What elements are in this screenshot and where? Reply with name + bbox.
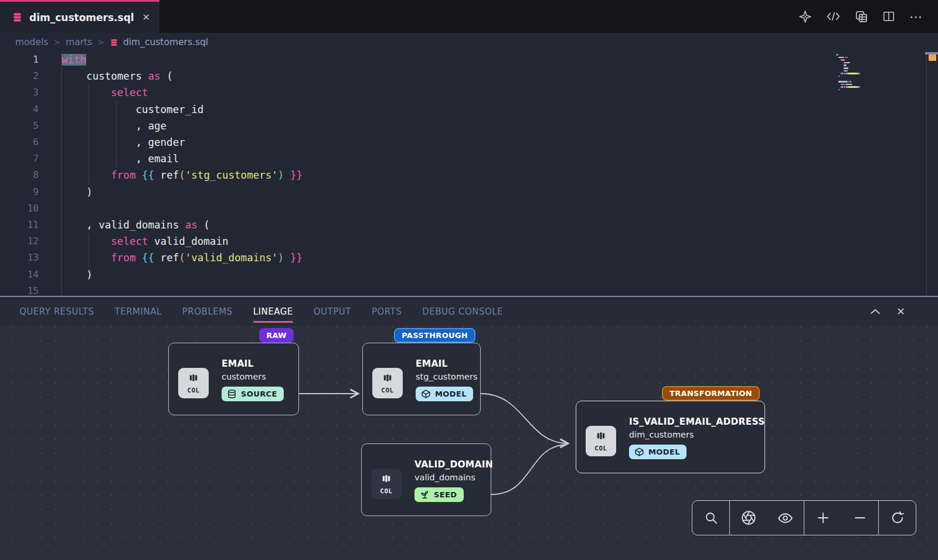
breadcrumb-item-marts[interactable]: marts [66,37,92,47]
line-number: 9 [0,184,39,200]
aperture-button[interactable] [730,501,767,535]
code-icon[interactable] [826,11,841,22]
more-icon[interactable]: ⋯ [909,9,923,24]
panel-tab-debug-console[interactable]: DEBUG CONSOLE [422,297,503,326]
zoom-out-icon [853,511,867,525]
code-area[interactable]: with customers as ( select customer_id ,… [62,52,832,296]
columns-icon-box[interactable]: COL [371,469,402,499]
minimap-line [841,86,843,88]
line-number: 4 [0,101,39,118]
cube-icon [634,447,644,457]
code-line: with [62,52,832,68]
split-editor-icon[interactable] [882,10,895,23]
lineage-canvas[interactable]: RAWCOLEMAILcustomersSOURCEPASSTHROUGHCOL… [0,326,938,560]
database-icon [227,389,237,399]
col-label: COL [594,445,607,452]
overview-ruler [926,52,927,296]
minimap[interactable] [835,54,900,171]
minimap-line [844,86,845,88]
lineage-node-stg_customers[interactable]: PASSTHROUGHCOLEMAILstg_customersMODEL [362,343,481,415]
code-line: select valid_domain [62,233,832,250]
line-number: 3 [0,84,39,101]
refresh-icon [890,510,905,525]
minimap-line [836,54,838,56]
line-number-gutter: 123456789101112131415 [0,52,39,296]
columns-icon [188,372,199,386]
panel-tab-query-results[interactable]: QUERY RESULTS [19,297,94,326]
minimap-line [845,57,846,59]
tab-title: dim_customers.sql [29,12,134,23]
node-model-name: stg_customers [416,372,478,381]
line-number: 5 [0,118,39,134]
line-number: 6 [0,134,39,151]
columns-icon-box[interactable]: COL [372,368,403,398]
node-badge-source: SOURCE [222,387,284,401]
line-number: 14 [0,267,39,283]
breadcrumb-separator: > [97,37,104,47]
line-number: 1 [0,52,39,68]
zoom-in-button[interactable] [804,501,841,535]
panel-tab-lineage[interactable]: LINEAGE [253,297,293,326]
panel-tab-output[interactable]: OUTPUT [314,297,351,326]
copy-table-icon[interactable] [855,10,868,23]
panel-tab-terminal[interactable]: TERMINAL [115,297,162,326]
line-number: 2 [0,68,39,84]
minimap-line [841,73,843,74]
eye-button[interactable] [767,501,804,535]
lineage-node-dim_customers[interactable]: TRANSFORMATIONCOLIS_VALID_EMAIL_ADDRESSd… [576,401,765,473]
minimap-line [859,86,860,88]
pinwheel-star-icon[interactable] [798,10,812,23]
panel-close-icon[interactable]: ✕ [896,305,905,317]
tab-close-icon[interactable]: ✕ [142,12,150,23]
columns-icon [382,372,393,386]
sprout-icon [420,490,430,500]
editor-tab-bar: dim_customers.sql ✕ [0,0,938,33]
panel-tab-problems[interactable]: PROBLEMS [182,297,233,326]
node-badge-seed: SEED [414,487,464,502]
node-badge-model: MODEL [629,445,686,459]
panel-tab-bar: QUERY RESULTSTERMINALPROBLEMSLINEAGEOUTP… [0,297,938,326]
code-line: , gender [62,134,832,151]
col-label: COL [187,387,199,394]
refresh-button[interactable] [879,501,916,535]
line-number: 8 [0,167,39,183]
minimap-line [838,81,848,83]
minimap-line [838,76,840,77]
node-column-name: EMAIL [222,358,284,369]
ide-window: dim_customers.sql ✕ [0,0,938,560]
columns-icon [380,473,392,487]
panel-actions: ✕ [870,305,938,317]
breadcrumb-separator: > [53,37,60,47]
minimap-line [845,84,853,86]
minimap-line [850,81,851,83]
minimap-line [841,84,844,86]
chevron-up-icon[interactable] [870,308,881,315]
minimap-line [844,70,848,72]
columns-icon-box[interactable]: COL [178,368,209,398]
minimap-line [844,64,847,66]
line-number: 12 [0,233,39,250]
database-icon [12,12,23,23]
zoom-out-button[interactable] [841,501,878,535]
columns-icon-box[interactable]: COL [586,426,616,456]
toolbar-group [692,501,729,535]
edge-stg_customers-to-dim_customers [481,394,567,443]
code-line [62,283,832,296]
minimap-line [841,59,844,61]
line-number: 10 [0,200,39,217]
lineage-node-customers[interactable]: RAWCOLEMAILcustomersSOURCE [168,343,299,415]
panel-tab-ports[interactable]: PORTS [372,297,402,326]
breadcrumb-item-models[interactable]: models [15,37,48,47]
tab-dim-customers-sql[interactable]: dim_customers.sql ✕ [0,0,159,33]
lineage-node-valid_domains[interactable]: COLVALID_DOMAINvalid_domainsSEED [361,443,491,516]
minimap-line [848,81,849,83]
code-line: from {{ ref('valid_domains') }} [62,250,832,266]
code-line: select [62,84,832,101]
toolbar-group [729,501,804,535]
code-line: customers as ( [62,68,832,84]
code-line: , valid_domains as ( [62,217,832,233]
search-button[interactable] [692,501,729,535]
code-editor[interactable]: 123456789101112131415 with customers as … [0,52,938,296]
cube-icon [421,389,431,399]
breadcrumb-file[interactable]: dim_customers.sql [110,37,208,47]
